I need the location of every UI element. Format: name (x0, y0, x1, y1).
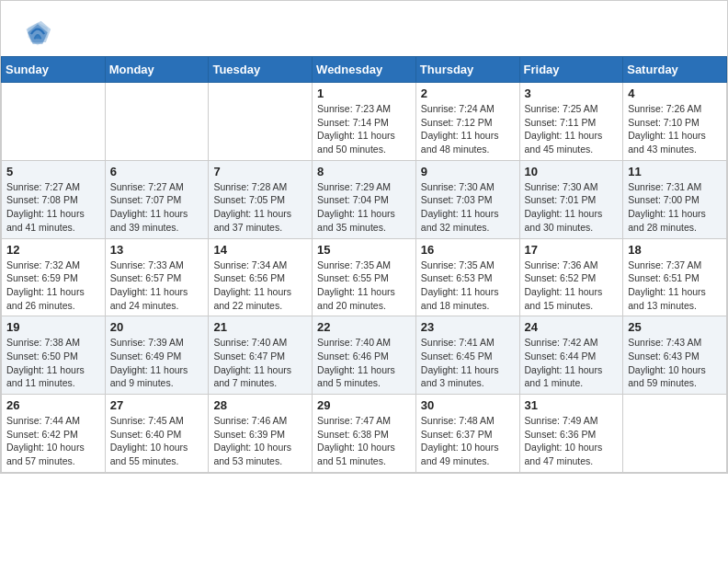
day-info: Sunrise: 7:27 AM Sunset: 7:07 PM Dayligh… (110, 180, 204, 235)
day-info: Sunrise: 7:42 AM Sunset: 6:44 PM Dayligh… (525, 336, 619, 390)
day-of-week-header: Tuesday (209, 57, 313, 83)
day-number: 16 (421, 243, 515, 257)
day-number: 1 (317, 86, 411, 100)
calendar-cell: 19Sunrise: 7:38 AM Sunset: 6:50 PM Dayli… (2, 316, 106, 395)
day-info: Sunrise: 7:40 AM Sunset: 6:46 PM Dayligh… (317, 336, 411, 390)
day-info: Sunrise: 7:34 AM Sunset: 6:56 PM Dayligh… (213, 259, 307, 313)
day-number: 19 (6, 320, 100, 334)
calendar-cell: 23Sunrise: 7:41 AM Sunset: 6:45 PM Dayli… (415, 316, 519, 395)
calendar-cell: 22Sunrise: 7:40 AM Sunset: 6:46 PM Dayli… (313, 316, 416, 395)
day-info: Sunrise: 7:37 AM Sunset: 6:51 PM Dayligh… (628, 259, 722, 313)
day-info: Sunrise: 7:30 AM Sunset: 7:01 PM Dayligh… (525, 180, 619, 235)
day-number: 28 (213, 398, 307, 412)
day-number: 25 (628, 320, 722, 334)
calendar-cell: 12Sunrise: 7:32 AM Sunset: 6:59 PM Dayli… (2, 238, 106, 316)
day-info: Sunrise: 7:29 AM Sunset: 7:04 PM Dayligh… (317, 180, 411, 235)
day-number: 30 (421, 398, 515, 412)
calendar-cell: 7Sunrise: 7:28 AM Sunset: 7:05 PM Daylig… (209, 160, 313, 238)
day-info: Sunrise: 7:25 AM Sunset: 7:11 PM Dayligh… (525, 102, 619, 156)
calendar-cell: 29Sunrise: 7:47 AM Sunset: 6:38 PM Dayli… (313, 395, 416, 473)
calendar-page: SundayMondayTuesdayWednesdayThursdayFrid… (0, 0, 728, 474)
calendar-body: 1Sunrise: 7:23 AM Sunset: 7:14 PM Daylig… (2, 83, 727, 473)
calendar-cell: 25Sunrise: 7:43 AM Sunset: 6:43 PM Dayli… (623, 316, 727, 395)
day-info: Sunrise: 7:46 AM Sunset: 6:39 PM Dayligh… (213, 414, 307, 468)
calendar-cell: 21Sunrise: 7:40 AM Sunset: 6:47 PM Dayli… (209, 316, 313, 395)
day-info: Sunrise: 7:40 AM Sunset: 6:47 PM Dayligh… (213, 336, 307, 390)
day-of-week-header: Monday (105, 57, 209, 83)
calendar-cell: 14Sunrise: 7:34 AM Sunset: 6:56 PM Dayli… (209, 238, 313, 316)
day-number: 26 (6, 398, 100, 412)
day-info: Sunrise: 7:26 AM Sunset: 7:10 PM Dayligh… (628, 102, 722, 156)
day-info: Sunrise: 7:30 AM Sunset: 7:03 PM Dayligh… (421, 180, 515, 235)
day-info: Sunrise: 7:32 AM Sunset: 6:59 PM Dayligh… (6, 259, 100, 313)
day-number: 24 (525, 320, 619, 334)
day-of-week-header: Friday (519, 57, 623, 83)
day-number: 20 (110, 320, 204, 334)
calendar-cell: 13Sunrise: 7:33 AM Sunset: 6:57 PM Dayli… (105, 238, 209, 316)
calendar-cell: 18Sunrise: 7:37 AM Sunset: 6:51 PM Dayli… (623, 238, 727, 316)
calendar-cell: 3Sunrise: 7:25 AM Sunset: 7:11 PM Daylig… (519, 83, 623, 161)
calendar-cell: 28Sunrise: 7:46 AM Sunset: 6:39 PM Dayli… (209, 395, 313, 473)
day-number: 10 (525, 165, 619, 178)
day-info: Sunrise: 7:41 AM Sunset: 6:45 PM Dayligh… (421, 336, 515, 390)
day-info: Sunrise: 7:49 AM Sunset: 6:36 PM Dayligh… (525, 414, 619, 468)
calendar-cell (623, 395, 727, 473)
calendar-cell: 11Sunrise: 7:31 AM Sunset: 7:00 PM Dayli… (623, 160, 727, 238)
calendar-cell: 15Sunrise: 7:35 AM Sunset: 6:55 PM Dayli… (313, 238, 416, 316)
calendar-cell: 20Sunrise: 7:39 AM Sunset: 6:49 PM Dayli… (105, 316, 209, 395)
day-info: Sunrise: 7:48 AM Sunset: 6:37 PM Dayligh… (421, 414, 515, 468)
logo-icon (23, 19, 52, 49)
calendar-cell: 24Sunrise: 7:42 AM Sunset: 6:44 PM Dayli… (519, 316, 623, 395)
day-info: Sunrise: 7:35 AM Sunset: 6:53 PM Dayligh… (421, 259, 515, 313)
calendar-cell: 5Sunrise: 7:27 AM Sunset: 7:08 PM Daylig… (2, 160, 106, 238)
day-number: 2 (421, 86, 515, 100)
day-number: 7 (213, 165, 307, 178)
day-of-week-header: Sunday (2, 57, 106, 83)
day-info: Sunrise: 7:39 AM Sunset: 6:49 PM Dayligh… (110, 336, 204, 390)
calendar-cell: 17Sunrise: 7:36 AM Sunset: 6:52 PM Dayli… (519, 238, 623, 316)
calendar-table: SundayMondayTuesdayWednesdayThursdayFrid… (1, 56, 727, 473)
day-info: Sunrise: 7:33 AM Sunset: 6:57 PM Dayligh… (110, 259, 204, 313)
day-info: Sunrise: 7:43 AM Sunset: 6:43 PM Dayligh… (628, 336, 722, 390)
day-info: Sunrise: 7:44 AM Sunset: 6:42 PM Dayligh… (6, 414, 100, 468)
day-number: 23 (421, 320, 515, 334)
day-number: 22 (317, 320, 411, 334)
day-info: Sunrise: 7:38 AM Sunset: 6:50 PM Dayligh… (6, 336, 100, 390)
calendar-header: SundayMondayTuesdayWednesdayThursdayFrid… (2, 57, 727, 83)
calendar-cell: 30Sunrise: 7:48 AM Sunset: 6:37 PM Dayli… (415, 395, 519, 473)
day-number: 4 (628, 86, 722, 100)
calendar-cell: 6Sunrise: 7:27 AM Sunset: 7:07 PM Daylig… (105, 160, 209, 238)
calendar-cell: 1Sunrise: 7:23 AM Sunset: 7:14 PM Daylig… (313, 83, 416, 161)
day-number: 18 (628, 243, 722, 257)
day-number: 12 (6, 243, 100, 257)
calendar-cell: 9Sunrise: 7:30 AM Sunset: 7:03 PM Daylig… (415, 160, 519, 238)
calendar-cell: 16Sunrise: 7:35 AM Sunset: 6:53 PM Dayli… (415, 238, 519, 316)
calendar-week-row: 1Sunrise: 7:23 AM Sunset: 7:14 PM Daylig… (2, 83, 727, 161)
day-info: Sunrise: 7:45 AM Sunset: 6:40 PM Dayligh… (110, 414, 204, 468)
day-number: 15 (317, 243, 411, 257)
page-header (1, 1, 727, 56)
day-info: Sunrise: 7:27 AM Sunset: 7:08 PM Dayligh… (6, 180, 100, 235)
day-number: 13 (110, 243, 204, 257)
calendar-week-row: 5Sunrise: 7:27 AM Sunset: 7:08 PM Daylig… (2, 160, 727, 238)
days-of-week-row: SundayMondayTuesdayWednesdayThursdayFrid… (2, 57, 727, 83)
calendar-cell: 10Sunrise: 7:30 AM Sunset: 7:01 PM Dayli… (519, 160, 623, 238)
calendar-cell (105, 83, 209, 161)
day-number: 21 (213, 320, 307, 334)
calendar-cell: 26Sunrise: 7:44 AM Sunset: 6:42 PM Dayli… (2, 395, 106, 473)
calendar-week-row: 12Sunrise: 7:32 AM Sunset: 6:59 PM Dayli… (2, 238, 727, 316)
day-number: 6 (110, 165, 204, 178)
calendar-cell: 4Sunrise: 7:26 AM Sunset: 7:10 PM Daylig… (623, 83, 727, 161)
day-number: 31 (525, 398, 619, 412)
day-number: 29 (317, 398, 411, 412)
calendar-cell: 31Sunrise: 7:49 AM Sunset: 6:36 PM Dayli… (519, 395, 623, 473)
logo (23, 19, 54, 49)
day-info: Sunrise: 7:47 AM Sunset: 6:38 PM Dayligh… (317, 414, 411, 468)
day-info: Sunrise: 7:28 AM Sunset: 7:05 PM Dayligh… (213, 180, 307, 235)
day-info: Sunrise: 7:31 AM Sunset: 7:00 PM Dayligh… (628, 180, 722, 235)
day-number: 11 (628, 165, 722, 178)
day-number: 9 (421, 165, 515, 178)
day-number: 3 (525, 86, 619, 100)
day-info: Sunrise: 7:36 AM Sunset: 6:52 PM Dayligh… (525, 259, 619, 313)
day-info: Sunrise: 7:35 AM Sunset: 6:55 PM Dayligh… (317, 259, 411, 313)
